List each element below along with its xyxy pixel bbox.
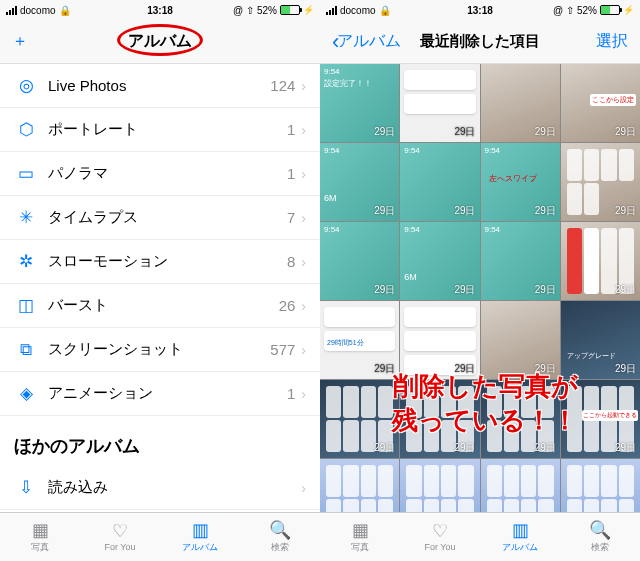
thumb[interactable]: 29日 <box>481 301 560 379</box>
row-slomo[interactable]: ✲スローモーション8› <box>0 240 320 284</box>
chevron-right-icon: › <box>301 254 306 270</box>
thumb[interactable]: 29日 <box>400 64 479 142</box>
days-remaining: 29日 <box>374 362 395 376</box>
heart-icon: ♡ <box>112 522 128 540</box>
thumb[interactable]: ここから起動できる29日 <box>561 380 640 458</box>
tab-label: 検索 <box>271 541 289 554</box>
row-panorama[interactable]: ▭パノラマ1› <box>0 152 320 196</box>
photo-stack-icon: ▦ <box>32 521 49 539</box>
tab-label: 写真 <box>31 541 49 554</box>
thumb[interactable]: 29日 <box>561 222 640 300</box>
cube-icon: ⬡ <box>14 119 38 140</box>
carrier-label: docomo <box>340 5 376 16</box>
thumb[interactable]: 29日 <box>561 143 640 221</box>
days-remaining: 29日 <box>535 204 556 218</box>
row-count: 577 <box>270 341 295 358</box>
row-burst[interactable]: ◫バースト26› <box>0 284 320 328</box>
thumb[interactable]: 29日 <box>481 64 560 142</box>
tab-albums[interactable]: ▥アルバム <box>160 513 240 561</box>
row-label: アニメーション <box>48 384 287 403</box>
thumb[interactable]: 9:5429日 <box>400 143 479 221</box>
tab-search[interactable]: 🔍検索 <box>560 513 640 561</box>
thumb[interactable]: 29日 <box>400 380 479 458</box>
row-label: バースト <box>48 296 279 315</box>
days-remaining: 29日 <box>454 125 475 139</box>
add-button[interactable]: ＋ <box>12 31 28 52</box>
row-label: Live Photos <box>48 77 270 94</box>
tab-label: For You <box>104 542 135 552</box>
tab-label: For You <box>424 542 455 552</box>
album-list[interactable]: ◎Live Photos124› ⬡ポートレート1› ▭パノラマ1› ✳タイムラ… <box>0 64 320 512</box>
carrier-label: docomo <box>20 5 56 16</box>
chevron-right-icon: › <box>301 122 306 138</box>
chevron-right-icon: › <box>301 210 306 226</box>
row-screenshots[interactable]: ⧉スクリーンショット577› <box>0 328 320 372</box>
thumb[interactable]: 29時間51分29日 <box>320 301 399 379</box>
chevron-right-icon: › <box>301 166 306 182</box>
tab-photos[interactable]: ▦写真 <box>320 513 400 561</box>
thumb[interactable]: 29日 <box>481 380 560 458</box>
row-animation[interactable]: ◈アニメーション1› <box>0 372 320 416</box>
days-remaining: 29日 <box>374 204 395 218</box>
slomo-icon: ✲ <box>14 251 38 272</box>
thumb[interactable]: 29日 <box>400 459 479 512</box>
thumb[interactable]: 9:546M29日 <box>320 143 399 221</box>
thumb[interactable]: 29日 <box>400 301 479 379</box>
thumb[interactable]: 9:54左へスワイプ29日 <box>481 143 560 221</box>
row-label: スクリーンショット <box>48 340 270 359</box>
thumb[interactable]: 9:5429日 <box>481 222 560 300</box>
days-remaining: 29日 <box>454 362 475 376</box>
tab-photos[interactable]: ▦写真 <box>0 513 80 561</box>
screenshot-icon: ⧉ <box>14 340 38 360</box>
status-time: 13:18 <box>147 5 173 16</box>
tab-bar: ▦写真 ♡For You ▥アルバム 🔍検索 <box>320 512 640 561</box>
thumb[interactable]: ここから設定29日 <box>561 64 640 142</box>
row-portrait[interactable]: ⬡ポートレート1› <box>0 108 320 152</box>
days-remaining: 29日 <box>535 125 556 139</box>
days-remaining: 29日 <box>615 362 636 376</box>
back-label: アルバム <box>337 31 401 52</box>
search-icon: 🔍 <box>589 521 611 539</box>
row-import[interactable]: ⇩読み込み› <box>0 466 320 510</box>
battery-icon <box>600 5 620 15</box>
row-count: 7 <box>287 209 295 226</box>
photo-grid[interactable]: 9:54設定完了！！29日 29日 29日 ここから設定29日 9:546M29… <box>320 64 640 512</box>
row-count: 26 <box>279 297 296 314</box>
thumb[interactable]: 29日 <box>561 459 640 512</box>
thumb[interactable]: アップグレード29日 <box>561 301 640 379</box>
thumb[interactable]: 9:5429日 <box>320 222 399 300</box>
photo-stack-icon: ▦ <box>352 521 369 539</box>
download-icon: ⇩ <box>14 477 38 498</box>
chevron-right-icon: › <box>301 342 306 358</box>
tab-label: 写真 <box>351 541 369 554</box>
row-count: 1 <box>287 121 295 138</box>
section-other-albums: ほかのアルバム <box>0 416 320 466</box>
row-label: タイムラプス <box>48 208 287 227</box>
search-icon: 🔍 <box>269 521 291 539</box>
tab-label: アルバム <box>502 541 538 554</box>
days-remaining: 29日 <box>374 125 395 139</box>
row-count: 1 <box>287 385 295 402</box>
days-remaining: 29日 <box>615 441 636 455</box>
burst-icon: ◫ <box>14 295 38 316</box>
row-label: スローモーション <box>48 252 287 271</box>
tab-foryou[interactable]: ♡For You <box>80 513 160 561</box>
nav-bar-right: ‹アルバム 最近削除した項目 選択 <box>320 20 640 64</box>
back-button[interactable]: ‹アルバム <box>332 29 401 55</box>
tab-albums[interactable]: ▥アルバム <box>480 513 560 561</box>
chevron-right-icon: › <box>301 480 306 496</box>
row-timelapse[interactable]: ✳タイムラプス7› <box>0 196 320 240</box>
thumb[interactable]: 29日 <box>481 459 560 512</box>
row-label: 読み込み <box>48 478 295 497</box>
tab-search[interactable]: 🔍検索 <box>240 513 320 561</box>
thumb[interactable]: 29日 <box>320 380 399 458</box>
select-button[interactable]: 選択 <box>596 31 628 52</box>
heart-icon: ♡ <box>432 522 448 540</box>
tab-foryou[interactable]: ♡For You <box>400 513 480 561</box>
thumb[interactable]: 9:54設定完了！！29日 <box>320 64 399 142</box>
row-count: 8 <box>287 253 295 270</box>
row-live-photos[interactable]: ◎Live Photos124› <box>0 64 320 108</box>
days-remaining: 29日 <box>615 204 636 218</box>
thumb[interactable]: 29日 <box>320 459 399 512</box>
thumb[interactable]: 9:546M29日 <box>400 222 479 300</box>
